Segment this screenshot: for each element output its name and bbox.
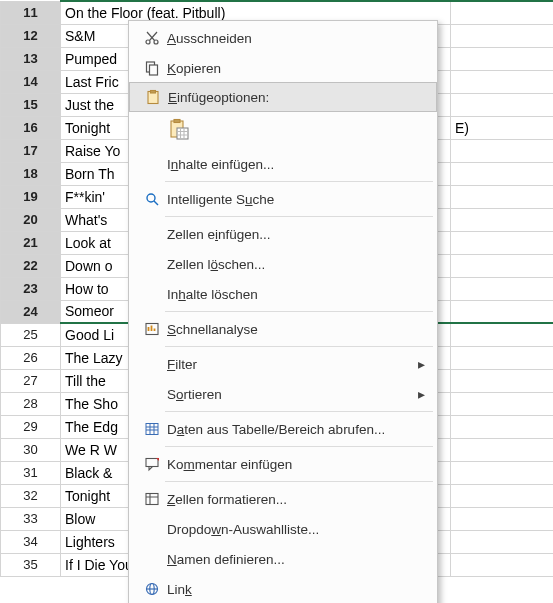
menu-clear-contents[interactable]: Inhalte löschen bbox=[129, 279, 437, 309]
row-header[interactable]: 16 bbox=[1, 116, 61, 139]
menu-sort[interactable]: Sortieren ▸ bbox=[129, 379, 437, 409]
svg-rect-11 bbox=[146, 424, 158, 435]
row-header[interactable]: 17 bbox=[1, 139, 61, 162]
row-header[interactable]: 30 bbox=[1, 438, 61, 461]
cell[interactable] bbox=[451, 300, 554, 323]
separator bbox=[165, 446, 433, 447]
paste-option-icon[interactable] bbox=[167, 118, 191, 142]
cell[interactable] bbox=[451, 553, 554, 576]
link-icon bbox=[137, 581, 167, 597]
row-header[interactable]: 24 bbox=[1, 300, 61, 323]
cell[interactable] bbox=[451, 461, 554, 484]
row-header[interactable]: 28 bbox=[1, 392, 61, 415]
cell[interactable] bbox=[451, 530, 554, 553]
cell[interactable] bbox=[451, 162, 554, 185]
menu-link-label: Link bbox=[167, 582, 425, 597]
paste-options-row bbox=[129, 111, 437, 149]
row-header[interactable]: 11 bbox=[1, 1, 61, 24]
row-header[interactable]: 33 bbox=[1, 507, 61, 530]
clipboard-icon bbox=[138, 89, 168, 105]
row-header[interactable]: 26 bbox=[1, 346, 61, 369]
cell[interactable] bbox=[451, 208, 554, 231]
menu-copy-label: Kopieren bbox=[167, 61, 425, 76]
cell[interactable] bbox=[451, 70, 554, 93]
menu-clear-contents-label: Inhalte löschen bbox=[167, 287, 425, 302]
row-header[interactable]: 12 bbox=[1, 24, 61, 47]
cell[interactable]: E) bbox=[451, 116, 554, 139]
row-header[interactable]: 22 bbox=[1, 254, 61, 277]
row-header[interactable]: 18 bbox=[1, 162, 61, 185]
menu-format-cells[interactable]: Zellen formatieren... bbox=[129, 484, 437, 514]
row-header[interactable]: 29 bbox=[1, 415, 61, 438]
menu-insert-cells[interactable]: Zellen einfügen... bbox=[129, 219, 437, 249]
cell[interactable] bbox=[451, 484, 554, 507]
menu-insert-cells-label: Zellen einfügen... bbox=[167, 227, 425, 242]
cell[interactable] bbox=[451, 369, 554, 392]
menu-delete-cells-label: Zellen löschen... bbox=[167, 257, 425, 272]
row-header[interactable]: 31 bbox=[1, 461, 61, 484]
cell[interactable] bbox=[451, 1, 554, 24]
row-header[interactable]: 25 bbox=[1, 323, 61, 346]
svg-rect-8 bbox=[177, 128, 188, 139]
menu-cut-label: Ausschneiden bbox=[167, 31, 425, 46]
cell[interactable] bbox=[451, 323, 554, 346]
row-header[interactable]: 34 bbox=[1, 530, 61, 553]
menu-link[interactable]: Link bbox=[129, 574, 437, 603]
svg-rect-5 bbox=[151, 91, 156, 94]
row-header[interactable]: 32 bbox=[1, 484, 61, 507]
menu-smart-lookup[interactable]: Intelligente Suche bbox=[129, 184, 437, 214]
submenu-arrow-icon: ▸ bbox=[411, 356, 425, 372]
menu-smart-lookup-label: Intelligente Suche bbox=[167, 192, 425, 207]
row-header[interactable]: 14 bbox=[1, 70, 61, 93]
cell[interactable] bbox=[451, 93, 554, 116]
menu-format-cells-label: Zellen formatieren... bbox=[167, 492, 425, 507]
menu-get-data-label: Daten aus Tabelle/Bereich abrufen... bbox=[167, 422, 425, 437]
submenu-arrow-icon: ▸ bbox=[411, 386, 425, 402]
row-header[interactable]: 15 bbox=[1, 93, 61, 116]
cell[interactable] bbox=[451, 438, 554, 461]
row-header[interactable]: 23 bbox=[1, 277, 61, 300]
menu-define-name-label: Namen definieren... bbox=[167, 552, 425, 567]
copy-icon bbox=[137, 60, 167, 76]
svg-point-0 bbox=[146, 40, 150, 44]
menu-filter[interactable]: Filter ▸ bbox=[129, 349, 437, 379]
menu-filter-label: Filter bbox=[167, 357, 411, 372]
svg-point-1 bbox=[154, 40, 158, 44]
menu-quick-analysis[interactable]: Schnellanalyse bbox=[129, 314, 437, 344]
menu-cut[interactable]: Ausschneiden bbox=[129, 23, 437, 53]
row-header[interactable]: 19 bbox=[1, 185, 61, 208]
cell[interactable] bbox=[451, 231, 554, 254]
separator bbox=[165, 311, 433, 312]
menu-delete-cells[interactable]: Zellen löschen... bbox=[129, 249, 437, 279]
cell[interactable] bbox=[451, 415, 554, 438]
cell[interactable] bbox=[451, 346, 554, 369]
menu-insert-comment[interactable]: Kommentar einfügen bbox=[129, 449, 437, 479]
cell[interactable] bbox=[451, 254, 554, 277]
menu-get-data[interactable]: Daten aus Tabelle/Bereich abrufen... bbox=[129, 414, 437, 444]
row-header[interactable]: 27 bbox=[1, 369, 61, 392]
menu-paste-special[interactable]: Inhalte einfügen... bbox=[129, 149, 437, 179]
cell[interactable] bbox=[451, 47, 554, 70]
cell[interactable] bbox=[451, 277, 554, 300]
menu-quick-analysis-label: Schnellanalyse bbox=[167, 322, 425, 337]
svg-point-9 bbox=[147, 194, 155, 202]
row-header[interactable]: 35 bbox=[1, 553, 61, 576]
cell[interactable] bbox=[451, 507, 554, 530]
row-header[interactable]: 20 bbox=[1, 208, 61, 231]
row-header[interactable]: 21 bbox=[1, 231, 61, 254]
menu-paste-options-header[interactable]: Einfügeoptionen: bbox=[129, 82, 437, 112]
cell[interactable] bbox=[451, 185, 554, 208]
row-header[interactable]: 13 bbox=[1, 47, 61, 70]
menu-copy[interactable]: Kopieren bbox=[129, 53, 437, 83]
cell[interactable] bbox=[451, 24, 554, 47]
svg-rect-13 bbox=[146, 494, 158, 505]
cell[interactable] bbox=[451, 139, 554, 162]
search-sparkle-icon bbox=[137, 191, 167, 207]
menu-dropdown-list[interactable]: Dropdown-Auswahlliste... bbox=[129, 514, 437, 544]
cell[interactable] bbox=[451, 392, 554, 415]
menu-paste-special-label: Inhalte einfügen... bbox=[167, 157, 425, 172]
quick-analysis-icon bbox=[137, 321, 167, 337]
scissors-icon bbox=[137, 30, 167, 46]
menu-define-name[interactable]: Namen definieren... bbox=[129, 544, 437, 574]
separator bbox=[165, 181, 433, 182]
